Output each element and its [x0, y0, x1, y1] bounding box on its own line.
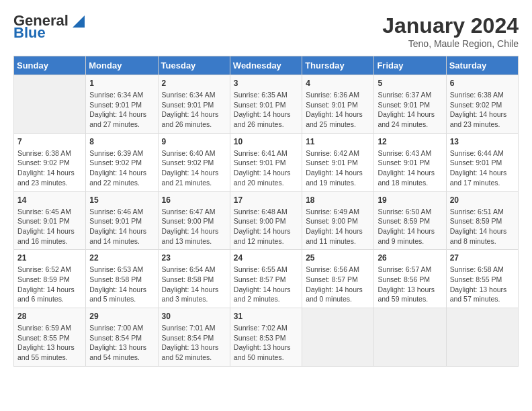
day-info: Sunrise: 6:57 AM Sunset: 8:56 PM Dayligh…: [378, 265, 442, 304]
calendar-cell: 8Sunrise: 6:39 AM Sunset: 9:02 PM Daylig…: [86, 133, 158, 191]
calendar-cell: 15Sunrise: 6:46 AM Sunset: 9:01 PM Dayli…: [86, 191, 158, 250]
calendar-cell: 23Sunrise: 6:54 AM Sunset: 8:58 PM Dayli…: [158, 250, 230, 308]
calendar-cell: [374, 308, 446, 367]
day-header-saturday: Saturday: [446, 56, 518, 75]
day-number: 8: [89, 137, 154, 146]
day-info: Sunrise: 7:01 AM Sunset: 8:54 PM Dayligh…: [162, 323, 226, 363]
calendar-cell: 24Sunrise: 6:55 AM Sunset: 8:57 PM Dayli…: [230, 250, 302, 308]
day-info: Sunrise: 6:36 AM Sunset: 9:01 PM Dayligh…: [306, 90, 370, 130]
calendar-cell: 29Sunrise: 7:00 AM Sunset: 8:54 PM Dayli…: [86, 308, 158, 367]
day-info: Sunrise: 6:47 AM Sunset: 9:00 PM Dayligh…: [162, 207, 226, 246]
calendar-cell: 10Sunrise: 6:41 AM Sunset: 9:01 PM Dayli…: [230, 133, 302, 191]
day-info: Sunrise: 6:50 AM Sunset: 8:59 PM Dayligh…: [378, 207, 442, 246]
day-number: 27: [450, 253, 515, 263]
page-header: General Blue January 2024 Teno, Maule Re…: [13, 13, 519, 49]
day-number: 30: [162, 312, 226, 321]
calendar-cell: 13Sunrise: 6:44 AM Sunset: 9:01 PM Dayli…: [446, 133, 518, 191]
day-info: Sunrise: 6:52 AM Sunset: 8:59 PM Dayligh…: [17, 265, 82, 304]
day-info: Sunrise: 6:53 AM Sunset: 8:58 PM Dayligh…: [89, 265, 154, 304]
day-number: 23: [162, 253, 226, 263]
month-title: January 2024: [382, 13, 519, 38]
calendar-cell: 4Sunrise: 6:36 AM Sunset: 9:01 PM Daylig…: [302, 75, 374, 134]
calendar-cell: 1Sunrise: 6:34 AM Sunset: 9:01 PM Daylig…: [86, 75, 158, 134]
day-number: 26: [378, 253, 442, 263]
day-number: 1: [89, 79, 154, 88]
day-info: Sunrise: 6:34 AM Sunset: 9:01 PM Dayligh…: [89, 90, 154, 130]
day-number: 13: [450, 137, 515, 146]
day-info: Sunrise: 6:34 AM Sunset: 9:01 PM Dayligh…: [162, 90, 226, 130]
calendar-cell: 3Sunrise: 6:35 AM Sunset: 9:01 PM Daylig…: [230, 75, 302, 134]
day-number: 10: [234, 137, 298, 146]
day-number: 12: [378, 137, 442, 146]
calendar-cell: 6Sunrise: 6:38 AM Sunset: 9:02 PM Daylig…: [446, 75, 518, 134]
calendar-cell: 27Sunrise: 6:58 AM Sunset: 8:55 PM Dayli…: [446, 250, 518, 308]
calendar-week-1: 1Sunrise: 6:34 AM Sunset: 9:01 PM Daylig…: [14, 75, 519, 134]
day-number: 18: [306, 195, 370, 205]
calendar-week-3: 14Sunrise: 6:45 AM Sunset: 9:01 PM Dayli…: [14, 191, 519, 250]
day-number: 11: [306, 137, 370, 146]
calendar-cell: 26Sunrise: 6:57 AM Sunset: 8:56 PM Dayli…: [374, 250, 446, 308]
day-info: Sunrise: 6:59 AM Sunset: 8:55 PM Dayligh…: [17, 323, 82, 363]
day-number: 4: [306, 79, 370, 88]
calendar-cell: 22Sunrise: 6:53 AM Sunset: 8:58 PM Dayli…: [86, 250, 158, 308]
calendar-cell: 21Sunrise: 6:52 AM Sunset: 8:59 PM Dayli…: [14, 250, 86, 308]
calendar-cell: [302, 308, 374, 367]
calendar-cell: 25Sunrise: 6:56 AM Sunset: 8:57 PM Dayli…: [302, 250, 374, 308]
day-info: Sunrise: 6:44 AM Sunset: 9:01 PM Dayligh…: [450, 148, 515, 188]
calendar-cell: 16Sunrise: 6:47 AM Sunset: 9:00 PM Dayli…: [158, 191, 230, 250]
calendar-cell: 9Sunrise: 6:40 AM Sunset: 9:02 PM Daylig…: [158, 133, 230, 191]
day-number: 7: [17, 137, 82, 146]
day-info: Sunrise: 6:38 AM Sunset: 9:02 PM Dayligh…: [450, 90, 515, 130]
day-info: Sunrise: 6:37 AM Sunset: 9:01 PM Dayligh…: [378, 90, 442, 130]
day-number: 28: [17, 312, 82, 321]
calendar-table: SundayMondayTuesdayWednesdayThursdayFrid…: [13, 56, 519, 367]
day-number: 21: [17, 253, 82, 263]
day-info: Sunrise: 6:39 AM Sunset: 9:02 PM Dayligh…: [89, 148, 154, 188]
calendar-cell: 2Sunrise: 6:34 AM Sunset: 9:01 PM Daylig…: [158, 75, 230, 134]
day-number: 19: [378, 195, 442, 205]
location-subtitle: Teno, Maule Region, Chile: [382, 38, 519, 49]
calendar-cell: [14, 75, 86, 134]
calendar-cell: 11Sunrise: 6:42 AM Sunset: 9:01 PM Dayli…: [302, 133, 374, 191]
day-header-monday: Monday: [86, 56, 158, 75]
day-info: Sunrise: 6:46 AM Sunset: 9:01 PM Dayligh…: [89, 207, 154, 246]
day-number: 5: [378, 79, 442, 88]
day-info: Sunrise: 6:35 AM Sunset: 9:01 PM Dayligh…: [234, 90, 298, 130]
day-info: Sunrise: 7:00 AM Sunset: 8:54 PM Dayligh…: [89, 323, 154, 363]
logo-text-blue: Blue: [13, 26, 85, 40]
day-info: Sunrise: 6:51 AM Sunset: 8:59 PM Dayligh…: [450, 207, 515, 246]
day-number: 16: [162, 195, 226, 205]
day-info: Sunrise: 6:49 AM Sunset: 9:00 PM Dayligh…: [306, 207, 370, 246]
day-header-wednesday: Wednesday: [230, 56, 302, 75]
calendar-week-4: 21Sunrise: 6:52 AM Sunset: 8:59 PM Dayli…: [14, 250, 519, 308]
day-number: 2: [162, 79, 226, 88]
day-number: 9: [162, 137, 226, 146]
title-block: January 2024 Teno, Maule Region, Chile: [382, 13, 519, 49]
day-header-friday: Friday: [374, 56, 446, 75]
logo: General Blue: [13, 13, 85, 40]
calendar-cell: 14Sunrise: 6:45 AM Sunset: 9:01 PM Dayli…: [14, 191, 86, 250]
calendar-cell: 7Sunrise: 6:38 AM Sunset: 9:02 PM Daylig…: [14, 133, 86, 191]
calendar-cell: 31Sunrise: 7:02 AM Sunset: 8:53 PM Dayli…: [230, 308, 302, 367]
day-info: Sunrise: 6:55 AM Sunset: 8:57 PM Dayligh…: [234, 265, 298, 304]
calendar-week-5: 28Sunrise: 6:59 AM Sunset: 8:55 PM Dayli…: [14, 308, 519, 367]
calendar-week-2: 7Sunrise: 6:38 AM Sunset: 9:02 PM Daylig…: [14, 133, 519, 191]
calendar-header-row: SundayMondayTuesdayWednesdayThursdayFrid…: [14, 56, 519, 75]
day-info: Sunrise: 6:40 AM Sunset: 9:02 PM Dayligh…: [162, 148, 226, 188]
day-info: Sunrise: 6:38 AM Sunset: 9:02 PM Dayligh…: [17, 148, 82, 188]
day-info: Sunrise: 6:54 AM Sunset: 8:58 PM Dayligh…: [162, 265, 226, 304]
calendar-cell: 5Sunrise: 6:37 AM Sunset: 9:01 PM Daylig…: [374, 75, 446, 134]
day-number: 25: [306, 253, 370, 263]
day-info: Sunrise: 6:58 AM Sunset: 8:55 PM Dayligh…: [450, 265, 515, 304]
day-number: 20: [450, 195, 515, 205]
day-number: 29: [89, 312, 154, 321]
day-number: 15: [89, 195, 154, 205]
day-info: Sunrise: 6:56 AM Sunset: 8:57 PM Dayligh…: [306, 265, 370, 304]
calendar-cell: 28Sunrise: 6:59 AM Sunset: 8:55 PM Dayli…: [14, 308, 86, 367]
day-info: Sunrise: 6:45 AM Sunset: 9:01 PM Dayligh…: [17, 207, 82, 246]
day-number: 6: [450, 79, 515, 88]
day-header-sunday: Sunday: [14, 56, 86, 75]
calendar-cell: 12Sunrise: 6:43 AM Sunset: 9:01 PM Dayli…: [374, 133, 446, 191]
calendar-cell: 18Sunrise: 6:49 AM Sunset: 9:00 PM Dayli…: [302, 191, 374, 250]
calendar-cell: 30Sunrise: 7:01 AM Sunset: 8:54 PM Dayli…: [158, 308, 230, 367]
